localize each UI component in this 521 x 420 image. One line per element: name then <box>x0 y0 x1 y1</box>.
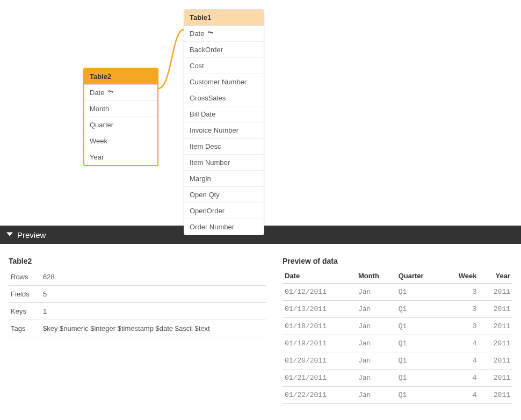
field-label: Margin <box>190 175 211 183</box>
field-row[interactable]: OpenOrder <box>184 203 264 219</box>
svg-marker-0 <box>6 232 13 236</box>
table-cell: Jan <box>356 318 396 335</box>
field-row[interactable]: GrossSales <box>184 90 264 106</box>
table-row[interactable]: 01/21/2011JanQ142011 <box>283 370 512 387</box>
model-canvas[interactable]: Table2 DateMonthQuarterWeekYear Table1 D… <box>0 0 521 226</box>
table-cell: Q1 <box>396 301 443 318</box>
table-row[interactable]: 01/22/2011JanQ142011 <box>283 387 512 404</box>
table-cell: 01/22/2011 <box>283 387 356 404</box>
table-cell: 2011 <box>479 318 512 335</box>
table-cell: 01/20/2011 <box>283 352 356 370</box>
meta-label: Fields <box>9 286 41 303</box>
field-row[interactable]: Customer Number <box>184 74 264 90</box>
metadata-table: Rows 628 Fields 5 Keys 1 Tags $key $nume… <box>9 269 266 337</box>
table-cell: Q1 <box>396 318 443 335</box>
column-header[interactable]: Date <box>283 269 356 284</box>
field-row[interactable]: Week <box>84 133 157 149</box>
table-cell: Jan <box>356 284 396 301</box>
field-row[interactable]: Year <box>84 149 157 165</box>
table-cell: 01/18/2011 <box>283 318 356 335</box>
field-row[interactable]: Item Number <box>184 155 264 171</box>
meta-value: $key $numeric $integer $timestamp $date … <box>41 320 266 337</box>
key-icon <box>107 89 114 97</box>
table-cell: 4 <box>443 352 479 370</box>
table-cell: 2011 <box>479 301 512 318</box>
table-cell: Jan <box>356 370 396 387</box>
table-cell: 3 <box>443 284 479 301</box>
field-label: Month <box>90 105 109 113</box>
meta-value: 628 <box>41 269 266 286</box>
column-header[interactable]: Year <box>479 269 512 284</box>
table-cell: 01/19/2011 <box>283 335 356 352</box>
table-row[interactable]: 01/13/2011JanQ132011 <box>283 301 512 318</box>
field-row[interactable]: Date <box>84 85 157 101</box>
data-preview-table: DateMonthQuarterWeekYear 01/12/2011JanQ1… <box>283 269 512 404</box>
field-row[interactable]: Month <box>84 101 157 117</box>
table-cell: Q1 <box>396 352 443 370</box>
field-row[interactable]: Date <box>184 26 264 42</box>
table-cell: Jan <box>356 387 396 404</box>
table-cell: 01/12/2011 <box>283 284 356 301</box>
field-label: BackOrder <box>190 46 223 54</box>
field-label: Order Number <box>190 223 234 231</box>
field-row[interactable]: Cost <box>184 58 264 74</box>
meta-label: Tags <box>9 320 41 337</box>
field-label: Date <box>190 30 204 38</box>
meta-row-tags: Tags $key $numeric $integer $timestamp $… <box>9 320 266 337</box>
field-row[interactable]: Item Desc <box>184 139 264 155</box>
field-row[interactable]: Order Number <box>184 219 264 235</box>
table-cell: 4 <box>443 387 479 404</box>
field-list: DateMonthQuarterWeekYear <box>84 85 157 165</box>
meta-value: 1 <box>41 303 266 320</box>
field-label: Cost <box>190 62 204 70</box>
data-preview-panel: Preview of data DateMonthQuarterWeekYear… <box>283 257 512 404</box>
table-cell: Jan <box>356 352 396 370</box>
field-row[interactable]: Invoice Number <box>184 122 264 139</box>
table-cell: 2011 <box>479 335 512 352</box>
table-cell: 3 <box>443 318 479 335</box>
table-cell: 4 <box>443 370 479 387</box>
table-row[interactable]: 01/18/2011JanQ132011 <box>283 318 512 335</box>
field-row[interactable]: Quarter <box>84 117 157 133</box>
chevron-down-icon <box>6 231 13 239</box>
meta-row-fields: Fields 5 <box>9 286 266 303</box>
table-cell: 3 <box>443 301 479 318</box>
field-label: Year <box>90 153 104 161</box>
table-cell: 01/21/2011 <box>283 370 356 387</box>
key-icon <box>207 30 214 38</box>
preview-title: Preview <box>17 230 46 240</box>
table-cell: Jan <box>356 335 396 352</box>
table-cell: 01/13/2011 <box>283 301 356 318</box>
table-node-table2[interactable]: Table2 DateMonthQuarterWeekYear <box>83 68 158 166</box>
table-row[interactable]: 01/20/2011JanQ142011 <box>283 352 512 370</box>
field-label: OpenOrder <box>190 207 225 215</box>
field-row[interactable]: Open Qty <box>184 187 264 203</box>
field-row[interactable]: BackOrder <box>184 42 264 58</box>
table-cell: 2011 <box>479 387 512 404</box>
column-header[interactable]: Month <box>356 269 396 284</box>
meta-label: Rows <box>9 269 41 286</box>
field-row[interactable]: Bill Date <box>184 106 264 122</box>
column-header[interactable]: Week <box>443 269 479 284</box>
table-cell: Q1 <box>396 387 443 404</box>
field-row[interactable]: Margin <box>184 171 264 187</box>
field-label: Invoice Number <box>190 126 238 134</box>
field-label: Bill Date <box>190 110 215 118</box>
table-node-table1[interactable]: Table1 DateBackOrderCostCustomer NumberG… <box>184 9 264 235</box>
field-label: Item Number <box>190 158 230 166</box>
table-header-row: DateMonthQuarterWeekYear <box>283 269 512 284</box>
table-header[interactable]: Table2 <box>84 69 157 85</box>
field-label: GrossSales <box>190 94 226 102</box>
field-label: Item Desc <box>190 142 221 150</box>
meta-row-rows: Rows 628 <box>9 269 266 286</box>
table-cell: Jan <box>356 301 396 318</box>
table-cell: Q1 <box>396 335 443 352</box>
table-cell: 4 <box>443 335 479 352</box>
preview-body: Table2 Rows 628 Fields 5 Keys 1 Tags $ke… <box>0 244 521 404</box>
column-header[interactable]: Quarter <box>396 269 443 284</box>
table-header[interactable]: Table1 <box>184 10 264 26</box>
table-row[interactable]: 01/12/2011JanQ132011 <box>283 284 512 301</box>
table-row[interactable]: 01/19/2011JanQ142011 <box>283 335 512 352</box>
meta-label: Keys <box>9 303 41 320</box>
metadata-table-name: Table2 <box>9 257 266 265</box>
